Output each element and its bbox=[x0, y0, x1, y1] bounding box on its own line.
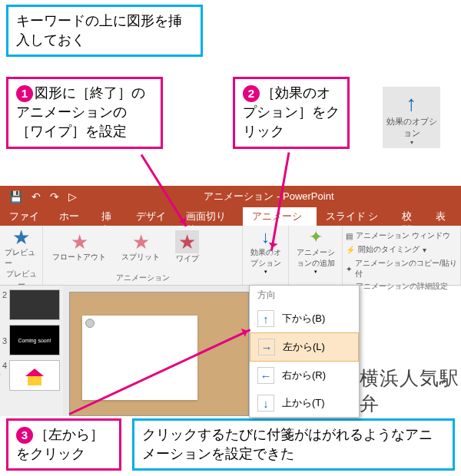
quick-access-toolbar: 💾 ↶ ↷ ▷ bbox=[0, 190, 77, 203]
tab-review[interactable]: 校閲 bbox=[393, 207, 427, 226]
undo-icon[interactable]: ↶ bbox=[32, 190, 41, 203]
preview-icon[interactable]: ★ bbox=[12, 227, 30, 247]
dropdown-icon: ▾ bbox=[314, 269, 317, 275]
preview-label: プレビュー bbox=[5, 247, 38, 269]
slide-thumb-4[interactable]: 4★ bbox=[9, 360, 60, 391]
direction-from-bottom[interactable]: ↑下から(B) bbox=[250, 305, 359, 332]
slide-canvas[interactable] bbox=[69, 292, 249, 416]
callout-step2: 2［効果のオプション］をクリック bbox=[233, 77, 350, 149]
direction-from-left[interactable]: →左から(L) bbox=[250, 332, 359, 362]
redo-icon[interactable]: ↷ bbox=[50, 190, 59, 203]
tab-slideshow[interactable]: スライド ショー bbox=[317, 207, 393, 226]
window-title: アニメーション - PowerPoint bbox=[77, 190, 461, 203]
tab-design[interactable]: デザイン bbox=[127, 207, 177, 226]
titlebar: 💾 ↶ ↷ ▷ アニメーション - PowerPoint bbox=[0, 186, 461, 207]
step-number-2: 2 bbox=[243, 85, 260, 102]
arrow-up-icon: ↑ bbox=[257, 310, 274, 327]
tab-view[interactable]: 表示 bbox=[426, 207, 461, 226]
arrow-up-icon: ↑ bbox=[383, 91, 440, 116]
callout-text: 図形に［終了］のアニメーションの［ワイプ］を設定 bbox=[16, 85, 145, 139]
callout-result: クリックするたびに付箋がはがれるようなアニメーションを設定できた bbox=[132, 418, 455, 471]
dropdown-icon: ▾ bbox=[264, 269, 267, 275]
trigger-button[interactable]: ⚡開始のタイミング ▾ bbox=[346, 244, 457, 255]
preview-group: ★ プレビュー プレビュー bbox=[0, 226, 43, 285]
effect-options-label: 効果のオプション bbox=[383, 116, 440, 139]
arrow-right-icon: → bbox=[258, 339, 275, 355]
anim-split[interactable]: ★スプリット bbox=[121, 232, 160, 263]
advanced-animation-group: ▤アニメーション ウィンドウ ⚡開始のタイミング ▾ ✦アニメーションのコピー/… bbox=[343, 226, 461, 285]
step-number-3: 3 bbox=[16, 427, 33, 444]
effect-options-dropdown: 方向 ↑下から(B) →左から(L) ←右から(R) ↓上から(T) bbox=[249, 285, 360, 418]
start-slideshow-icon[interactable]: ▷ bbox=[68, 190, 77, 203]
effect-options-label: 効果のオプション bbox=[247, 247, 284, 269]
ribbon: ★ プレビュー プレビュー ★フロートアウト ★スプリット ★ワイプ アニメーシ… bbox=[0, 226, 461, 286]
callout-insert-shape: キーワードの上に図形を挿入しておく bbox=[6, 5, 203, 57]
direction-from-right[interactable]: ←右から(R) bbox=[250, 362, 359, 389]
add-animation-button[interactable]: ✦ アニメーションの追加 ▾ bbox=[289, 226, 343, 285]
sticky-note-shape[interactable] bbox=[82, 316, 197, 400]
pane-icon: ▤ bbox=[346, 232, 353, 240]
tab-file[interactable]: ファイル bbox=[0, 207, 50, 226]
slide-thumbnails: 2 3★Coming soon! 4★ bbox=[0, 286, 63, 416]
callout-step1: 1図形に［終了］のアニメーションの［ワイプ］を設定 bbox=[6, 77, 163, 149]
callout-step3: 3［左から］をクリック bbox=[6, 418, 121, 471]
animation-painter-button[interactable]: ✦アニメーションのコピー/貼り付 bbox=[346, 258, 457, 279]
pin-icon bbox=[85, 319, 95, 328]
trigger-icon: ⚡ bbox=[346, 246, 355, 254]
slide-thumb-2[interactable]: 2 bbox=[9, 289, 60, 320]
tab-insert[interactable]: 挿入 bbox=[92, 207, 127, 226]
effect-options-button[interactable]: ↓ 効果のオプション ▾ bbox=[243, 226, 289, 285]
callout-text: クリックするたびに付箋がはがれるようなアニメーションを設定できた bbox=[142, 427, 433, 461]
anim-wipe[interactable]: ★ワイプ bbox=[175, 230, 199, 264]
slide-thumb-3[interactable]: 3★Coming soon! bbox=[9, 325, 60, 355]
dropdown-header: 方向 bbox=[250, 286, 359, 305]
arrow-left-icon: ← bbox=[257, 367, 274, 384]
tab-home[interactable]: ホーム bbox=[50, 207, 92, 226]
add-animation-icon: ✦ bbox=[309, 227, 323, 247]
add-animation-label: アニメーションの追加 bbox=[294, 247, 337, 269]
ribbon-tabs: ファイル ホーム 挿入 デザイン 画面切り替え アニメーション スライド ショー… bbox=[0, 207, 461, 226]
group-label: アニメーション bbox=[48, 273, 237, 283]
slide-area: 2 3★Coming soon! 4★ bbox=[0, 286, 249, 416]
animation-gallery-group: ★フロートアウト ★スプリット ★ワイプ アニメーション bbox=[43, 226, 243, 285]
step-number-1: 1 bbox=[16, 85, 33, 102]
dropdown-icon: ▾ bbox=[383, 139, 440, 146]
group-label: アニメーションの詳細設定 bbox=[346, 281, 457, 292]
painter-icon: ✦ bbox=[346, 265, 352, 273]
anim-floatout[interactable]: ★フロートアウト bbox=[52, 232, 106, 263]
animation-pane-button[interactable]: ▤アニメーション ウィンドウ bbox=[346, 230, 457, 241]
save-icon[interactable]: 💾 bbox=[9, 190, 22, 203]
effect-options-large-button[interactable]: ↑ 効果のオプション ▾ bbox=[383, 87, 440, 148]
slide-text: 横浜人気駅弁 bbox=[360, 365, 461, 416]
callout-text: キーワードの上に図形を挿入しておく bbox=[16, 13, 182, 48]
arrow-down-icon: ↓ bbox=[257, 395, 274, 412]
direction-from-top[interactable]: ↓上から(T) bbox=[250, 389, 359, 417]
